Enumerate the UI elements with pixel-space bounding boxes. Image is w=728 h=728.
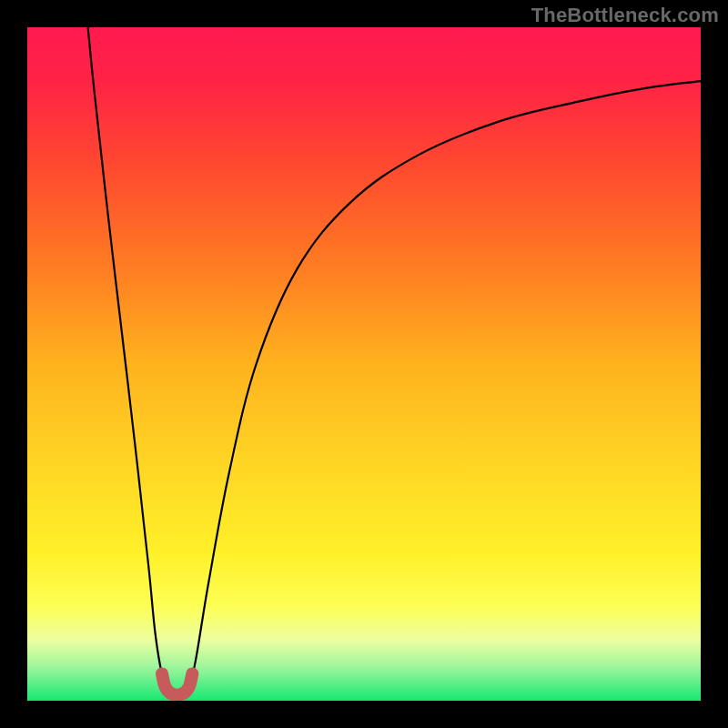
watermark-text: TheBottleneck.com (531, 4, 719, 27)
chart-svg (27, 27, 701, 701)
outer-frame: TheBottleneck.com (0, 0, 728, 728)
gradient-background (27, 27, 701, 701)
plot-area (27, 27, 701, 701)
